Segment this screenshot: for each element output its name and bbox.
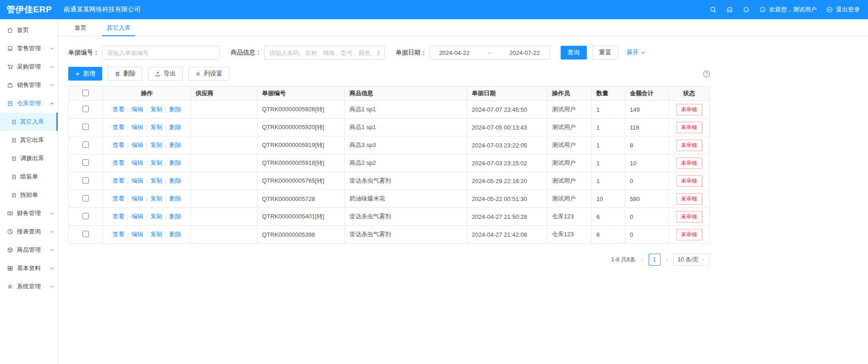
sidebar-item-basic-data[interactable]: 基本资料 bbox=[0, 259, 58, 277]
delete-button[interactable]: 删除 bbox=[108, 67, 142, 81]
row-checkbox[interactable] bbox=[82, 106, 89, 112]
row-action-view[interactable]: 查看 bbox=[112, 230, 124, 239]
page-number-button[interactable]: 1 bbox=[649, 254, 661, 266]
table-row: 查看|编辑|复制|删除 QTRK00000005926[转] 商品1 sp1 2… bbox=[69, 101, 710, 119]
add-button[interactable]: 新增 bbox=[68, 67, 102, 81]
row-action-edit[interactable]: 编辑 bbox=[131, 195, 143, 203]
action-separator: | bbox=[146, 106, 147, 113]
cell-amount: 0 bbox=[625, 226, 669, 244]
row-action-view[interactable]: 查看 bbox=[112, 159, 124, 167]
row-checkbox[interactable] bbox=[82, 141, 89, 148]
row-action-delete[interactable]: 删除 bbox=[169, 195, 181, 203]
row-action-copy[interactable]: 复制 bbox=[150, 159, 162, 167]
sidebar-item-finance[interactable]: 财务管理 bbox=[0, 204, 58, 223]
cell-amount: 0 bbox=[625, 172, 669, 190]
user-welcome[interactable]: 欢迎您，测试用户 bbox=[759, 5, 817, 14]
next-page-button[interactable]: › bbox=[665, 256, 669, 263]
cell-amount: 149 bbox=[625, 101, 669, 119]
prev-page-button[interactable]: ‹ bbox=[640, 256, 644, 263]
row-action-view[interactable]: 查看 bbox=[112, 105, 124, 114]
row-action-delete[interactable]: 删除 bbox=[169, 212, 181, 221]
column-settings-button[interactable]: 列设置 bbox=[188, 67, 229, 81]
sidebar-item-disassembly[interactable]: 拆卸单 bbox=[0, 186, 58, 204]
sidebar-item-reports[interactable]: 报表查询 bbox=[0, 223, 58, 241]
row-action-copy[interactable]: 复制 bbox=[150, 123, 162, 131]
row-action-copy[interactable]: 复制 bbox=[150, 177, 162, 185]
row-action-delete[interactable]: 删除 bbox=[169, 230, 181, 239]
row-action-delete[interactable]: 删除 bbox=[169, 123, 181, 131]
row-checkbox[interactable] bbox=[82, 213, 89, 219]
action-separator: | bbox=[127, 213, 128, 220]
row-action-delete[interactable]: 删除 bbox=[169, 177, 181, 185]
tab-other-inbound[interactable]: 其它入库 bbox=[105, 19, 132, 36]
cell-operator: 测试用户 bbox=[547, 172, 592, 190]
row-action-view[interactable]: 查看 bbox=[112, 195, 124, 203]
row-action-delete[interactable]: 删除 bbox=[169, 105, 181, 114]
row-action-edit[interactable]: 编辑 bbox=[131, 212, 143, 221]
row-action-view[interactable]: 查看 bbox=[112, 141, 124, 149]
row-checkbox[interactable] bbox=[82, 177, 89, 184]
bell-icon[interactable] bbox=[742, 6, 750, 13]
expand-link[interactable]: 展开 bbox=[627, 49, 645, 57]
cell-qty: 1 bbox=[592, 172, 625, 190]
select-all-checkbox[interactable] bbox=[82, 90, 89, 96]
row-checkbox[interactable] bbox=[82, 231, 89, 237]
search-icon[interactable] bbox=[710, 6, 717, 13]
row-action-copy[interactable]: 复制 bbox=[150, 141, 162, 149]
cell-product: 商品2 sp2 bbox=[345, 154, 467, 172]
sidebar-item-other-outbound[interactable]: 其它出库 bbox=[0, 131, 58, 149]
row-action-edit[interactable]: 编辑 bbox=[131, 123, 143, 131]
chevron-down-icon bbox=[49, 83, 54, 87]
row-action-view[interactable]: 查看 bbox=[112, 177, 124, 185]
sidebar-item-retail[interactable]: 零售管理 bbox=[0, 39, 58, 58]
sidebar-item-sales[interactable]: 销售管理 bbox=[0, 76, 58, 94]
row-action-delete[interactable]: 删除 bbox=[169, 159, 181, 167]
cell-amount: 0 bbox=[625, 208, 669, 226]
row-action-edit[interactable]: 编辑 bbox=[131, 230, 143, 239]
page-size-select[interactable]: 10 条/页 bbox=[673, 254, 710, 266]
row-action-delete[interactable]: 删除 bbox=[169, 141, 181, 149]
cell-amount: 10 bbox=[625, 154, 669, 172]
row-action-edit[interactable]: 编辑 bbox=[131, 177, 143, 185]
date-range-picker[interactable]: 2024-04-22 ~ 2024-07-22 bbox=[430, 46, 550, 60]
export-button[interactable]: 导出 bbox=[148, 67, 183, 81]
row-checkbox[interactable] bbox=[82, 124, 89, 130]
sidebar-item-transfer-outbound[interactable]: 调拨出库 bbox=[0, 149, 58, 168]
product-info-label: 商品信息： bbox=[231, 49, 262, 57]
sidebar-item-label: 基本资料 bbox=[17, 264, 41, 272]
row-actions: 查看|编辑|复制|删除 bbox=[112, 159, 181, 167]
date-end[interactable]: 2024-07-22 bbox=[509, 49, 540, 56]
row-action-copy[interactable]: 复制 bbox=[150, 105, 162, 114]
date-start[interactable]: 2024-04-22 bbox=[439, 49, 469, 56]
submenu-item-label: 其它入库 bbox=[20, 118, 44, 126]
sidebar-item-products[interactable]: 商品管理 bbox=[0, 241, 58, 259]
row-action-copy[interactable]: 复制 bbox=[150, 195, 162, 203]
logout-button[interactable]: 退出登录 bbox=[826, 5, 860, 14]
home-bank-icon[interactable] bbox=[726, 6, 733, 13]
sidebar-item-home[interactable]: 首页 bbox=[0, 21, 58, 39]
row-checkbox[interactable] bbox=[82, 195, 89, 201]
status-badge: 未审核 bbox=[677, 175, 702, 187]
help-icon[interactable] bbox=[703, 70, 710, 78]
search-button[interactable]: 查询 bbox=[561, 46, 587, 60]
sidebar-item-assembly[interactable]: 组装单 bbox=[0, 168, 58, 186]
row-action-edit[interactable]: 编辑 bbox=[131, 159, 143, 167]
sidebar-item-other-inbound[interactable]: 其它入库 bbox=[0, 113, 58, 131]
bill-no-input[interactable] bbox=[102, 46, 220, 60]
row-action-edit[interactable]: 编辑 bbox=[131, 141, 143, 149]
row-action-view[interactable]: 查看 bbox=[112, 123, 124, 131]
expand-label: 展开 bbox=[627, 49, 639, 57]
sidebar-item-warehouse[interactable]: 仓库管理 bbox=[0, 94, 58, 113]
product-info-input[interactable] bbox=[264, 46, 385, 60]
row-checkbox[interactable] bbox=[82, 159, 89, 166]
col-header-bill-no: 单据编号 bbox=[257, 87, 345, 101]
row-action-copy[interactable]: 复制 bbox=[150, 230, 162, 239]
status-badge: 未审核 bbox=[677, 140, 702, 151]
sidebar-item-purchase[interactable]: 采购管理 bbox=[0, 58, 58, 76]
reset-button[interactable]: 重置 bbox=[592, 46, 618, 60]
sidebar-item-system[interactable]: 系统管理 bbox=[0, 277, 58, 296]
row-action-edit[interactable]: 编辑 bbox=[131, 105, 143, 114]
tab-home[interactable]: 首页 bbox=[73, 19, 88, 36]
row-action-copy[interactable]: 复制 bbox=[150, 212, 162, 221]
row-action-view[interactable]: 查看 bbox=[112, 212, 124, 221]
